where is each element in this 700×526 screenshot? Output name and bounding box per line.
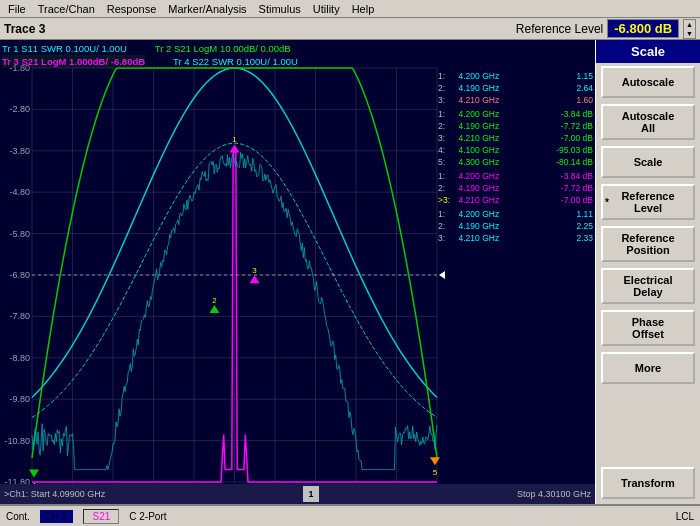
marker-table: 1: 4.200 GHz 1.15 2: 4.190 GHz 2.64 3: 4… [438,70,593,244]
trace1-label: Tr 1 S11 SWR 0.100U/ 1.00U [2,42,127,55]
trace-info: Tr 1 S11 SWR 0.100U/ 1.00U Tr 2 S21 LogM… [2,42,593,68]
marker-4-row-2: 2: 4.190 GHz 2.25 [438,220,593,232]
mode-label: C 2-Port [129,511,166,522]
marker-2-row-5: 5: 4.300 GHz -80.14 dB [438,156,593,168]
trace-label: S21 [83,509,119,524]
trace4-label: Tr 4 S22 SWR 0.100U/ 1.00U [173,55,298,68]
ref-level-spinner[interactable]: ▲ ▼ [683,19,696,39]
phase-offset-button[interactable]: PhaseOffset [601,310,695,346]
marker-2-row-3: 3: 4.210 GHz -7.00 dB [438,132,593,144]
marker-4-row-1: 1: 4.200 GHz 1.11 [438,208,593,220]
marker-2-row-1: 1: 4.200 GHz -3.84 dB [438,108,593,120]
marker-2-row-4: 4: 4.100 GHz -95.03 dB [438,144,593,156]
marker-4-row-3: 3: 4.210 GHz 2.33 [438,232,593,244]
autoscale-button[interactable]: Autoscale [601,66,695,98]
marker-3-row-2: 2: 4.190 GHz -7.72 dB [438,182,593,194]
marker-3-row-3: >3: 4.210 GHz -7.00 dB [438,194,593,206]
panel-title: Scale [596,40,700,63]
trace2-label: Tr 2 S21 LogM 10.00dB/ 0.00dB [155,42,291,55]
menu-file[interactable]: File [2,3,32,15]
marker-section-2: 1: 4.200 GHz -3.84 dB 2: 4.190 GHz -7.72… [438,108,593,168]
ref-level-label: Reference Level [516,22,603,36]
marker-section-4: 1: 4.200 GHz 1.11 2: 4.190 GHz 2.25 3: 4… [438,208,593,244]
marker-1-indicator: 1 [303,486,319,502]
reference-level-control: Reference Level -6.800 dB ▲ ▼ [516,19,696,39]
chart-area: Tr 1 S11 SWR 0.100U/ 1.00U Tr 2 S21 LogM… [0,40,595,504]
chart-status-bar: >Ch1: Start 4.09900 GHz 1 Stop 4.30100 G… [0,484,595,504]
lcl-label: LCL [676,511,694,522]
ch-label: CH 1: [40,510,74,523]
marker-1-row-2: 2: 4.190 GHz 2.64 [438,82,593,94]
trace-row-2: Tr 3 S21 LogM 1.000dB/ -6.80dB Tr 4 S22 … [2,55,593,68]
marker-2-row-2: 2: 4.190 GHz -7.72 dB [438,120,593,132]
marker-1-row-3: 3: 4.210 GHz 1.60 [438,94,593,106]
cont-label: Cont. [6,511,30,522]
spin-down-icon[interactable]: ▼ [684,29,695,38]
marker-section-1: 1: 4.200 GHz 1.15 2: 4.190 GHz 2.64 3: 4… [438,70,593,106]
trace3-label: Tr 3 S21 LogM 1.000dB/ -6.80dB [2,55,145,68]
ref-level-value: -6.800 dB [607,19,679,38]
right-panel: Scale Autoscale AutoscaleAll Scale * Ref… [595,40,700,504]
menu-utility[interactable]: Utility [307,3,346,15]
active-indicator: * [605,197,609,208]
scale-button[interactable]: Scale [601,146,695,178]
menu-bar: File Trace/Chan Response Marker/Analysis… [0,0,700,18]
chart-start-label: >Ch1: Start 4.09900 GHz [4,489,105,499]
autoscale-all-button[interactable]: AutoscaleAll [601,104,695,140]
trace-row-1: Tr 1 S11 SWR 0.100U/ 1.00U Tr 2 S21 LogM… [2,42,593,55]
reference-position-button[interactable]: ReferencePosition [601,226,695,262]
electrical-delay-button[interactable]: ElectricalDelay [601,268,695,304]
menu-marker-analysis[interactable]: Marker/Analysis [162,3,252,15]
transform-button[interactable]: Transform [601,467,695,499]
more-button[interactable]: More [601,352,695,384]
title-bar: Trace 3 Reference Level -6.800 dB ▲ ▼ [0,18,700,40]
window-title: Trace 3 [4,22,45,36]
menu-trace-chan[interactable]: Trace/Chan [32,3,101,15]
menu-help[interactable]: Help [346,3,381,15]
menu-response[interactable]: Response [101,3,163,15]
reference-level-button[interactable]: * ReferenceLevel [601,184,695,220]
bottom-bar: Cont. CH 1: S21 C 2-Port LCL [0,504,700,526]
marker-section-3: 1: 4.200 GHz -3.84 dB 2: 4.190 GHz -7.72… [438,170,593,206]
marker-1-row-1: 1: 4.200 GHz 1.15 [438,70,593,82]
menu-stimulus[interactable]: Stimulus [253,3,307,15]
spin-up-icon[interactable]: ▲ [684,20,695,29]
chart-stop-label: Stop 4.30100 GHz [517,489,591,499]
marker-3-row-1: 1: 4.200 GHz -3.84 dB [438,170,593,182]
